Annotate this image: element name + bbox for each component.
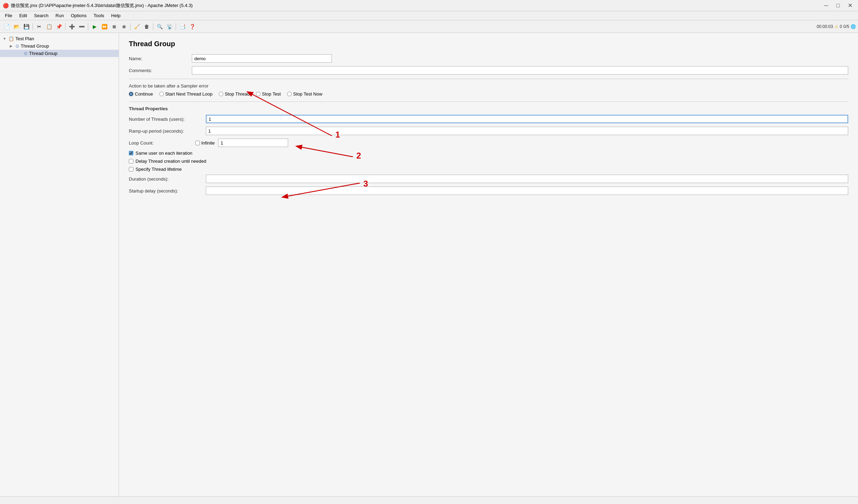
- specify-lifetime-checkbox-label[interactable]: Specify Thread lifetime: [129, 167, 848, 172]
- toolbar-new-btn[interactable]: 📄: [2, 22, 11, 31]
- radio-continue[interactable]: Continue: [129, 91, 153, 97]
- menu-help[interactable]: Help: [108, 12, 124, 19]
- delay-thread-label: Delay Thread creation until needed: [135, 159, 206, 164]
- sampler-error-radio-group: Continue Start Next Thread Loop Stop Thr…: [129, 91, 848, 97]
- startup-delay-row: Startup delay (seconds):: [129, 187, 848, 195]
- timer-display: 00:00:03: [817, 24, 833, 29]
- toolbar-sep1: [33, 23, 33, 30]
- main-layout: ▼ 📋 Test Plan ▶ ⊙ Thread Group ⊙ Thread …: [0, 33, 858, 496]
- toolbar-clear-all-btn[interactable]: 🗑: [142, 22, 151, 31]
- radio-start-next-label: Start Next Thread Loop: [165, 91, 212, 97]
- radio-stop-test-now-label: Stop Test Now: [293, 91, 322, 97]
- delay-thread-checkbox-label[interactable]: Delay Thread creation until needed: [129, 159, 848, 164]
- same-user-checkbox[interactable]: [129, 151, 133, 155]
- same-user-checkbox-label[interactable]: Same user on each iteration: [129, 150, 848, 156]
- toolbar-start-no-pause-btn[interactable]: ⏩: [100, 22, 109, 31]
- test-plan-icon: 📋: [8, 36, 14, 41]
- menu-file[interactable]: File: [1, 12, 16, 19]
- warning-icon: ⚠: [835, 24, 838, 29]
- menu-run[interactable]: Run: [52, 12, 68, 19]
- title-bar: 🔴 微信预览.jmx (D:\APP\apache-jmeter-5.4.3\b…: [0, 0, 858, 11]
- globe-icon: 🌐: [851, 24, 856, 29]
- test-plan-label: Test Plan: [15, 36, 34, 41]
- duration-input[interactable]: [206, 175, 848, 183]
- radio-start-next[interactable]: Start Next Thread Loop: [159, 91, 212, 97]
- duration-row: Duration (seconds):: [129, 175, 848, 183]
- duration-label: Duration (seconds):: [129, 176, 206, 182]
- radio-stop-test-now-input[interactable]: [287, 92, 292, 96]
- toolbar-open-btn[interactable]: 📂: [12, 22, 21, 31]
- name-label: Name:: [129, 56, 192, 61]
- thread-properties-container: Number of Threads (users): Ramp-up perio…: [129, 115, 848, 195]
- menu-search[interactable]: Search: [30, 12, 52, 19]
- radio-stop-test-now[interactable]: Stop Test Now: [287, 91, 322, 97]
- comments-label: Comments:: [129, 68, 192, 73]
- delay-thread-checkbox[interactable]: [129, 159, 133, 163]
- menu-edit[interactable]: Edit: [16, 12, 30, 19]
- annotation-svg: 1 2 3: [129, 59, 444, 164]
- toolbar-paste-btn[interactable]: 📌: [54, 22, 63, 31]
- thread-group-child-icon: ⊙: [24, 51, 28, 56]
- sidebar-item-thread-group-parent[interactable]: ▶ ⊙ Thread Group: [0, 42, 119, 50]
- infinite-checkbox-label[interactable]: Infinite: [195, 140, 215, 146]
- infinite-label: Infinite: [201, 140, 215, 146]
- toolbar-collapse-btn[interactable]: ➖: [77, 22, 86, 31]
- toolbar-template-btn[interactable]: 📑: [178, 22, 187, 31]
- menu-options[interactable]: Options: [67, 12, 90, 19]
- maximize-button[interactable]: □: [833, 1, 843, 10]
- minimize-button[interactable]: ─: [821, 1, 831, 10]
- menu-bar: File Edit Search Run Options Tools Help: [0, 11, 858, 20]
- title-bar-controls: ─ □ ✕: [821, 1, 855, 10]
- radio-stop-test[interactable]: Stop Test: [256, 91, 281, 97]
- startup-delay-input[interactable]: [206, 187, 848, 195]
- toolbar-sep4: [130, 23, 131, 30]
- toolbar-remote-btn[interactable]: 📡: [165, 22, 174, 31]
- toolbar-expand-btn[interactable]: ➕: [67, 22, 76, 31]
- toolbar-save-btn[interactable]: 💾: [22, 22, 31, 31]
- loop-count-input[interactable]: [218, 139, 288, 147]
- infinite-checkbox[interactable]: [195, 141, 200, 145]
- panel-title: Thread Group: [129, 40, 848, 48]
- name-input[interactable]: [192, 54, 332, 63]
- tree-expand-icon: ▼: [3, 37, 7, 41]
- radio-continue-input[interactable]: [129, 92, 133, 96]
- comments-row: Comments:: [129, 66, 848, 75]
- num-threads-label: Number of Threads (users):: [129, 117, 206, 122]
- radio-continue-label: Continue: [135, 91, 153, 97]
- status-bar: [0, 496, 858, 504]
- num-threads-input[interactable]: [206, 115, 848, 123]
- toolbar-cut-btn[interactable]: ✂: [35, 22, 44, 31]
- title-bar-left: 🔴 微信预览.jmx (D:\APP\apache-jmeter-5.4.3\b…: [3, 2, 193, 9]
- toolbar-sep5: [153, 23, 153, 30]
- same-user-label: Same user on each iteration: [135, 150, 193, 156]
- menu-tools[interactable]: Tools: [90, 12, 107, 19]
- comments-input[interactable]: [192, 66, 848, 75]
- radio-stop-thread-label: Stop Thread: [225, 91, 250, 97]
- startup-delay-label: Startup delay (seconds):: [129, 188, 206, 194]
- radio-stop-thread[interactable]: Stop Thread: [219, 91, 250, 97]
- thread-count: 0/5: [843, 24, 849, 29]
- loop-count-row: Loop Count: Infinite: [129, 139, 848, 147]
- toolbar-copy-btn[interactable]: 📋: [44, 22, 54, 31]
- toolbar-clear-btn[interactable]: 🧹: [132, 22, 141, 31]
- name-row: Name:: [129, 54, 848, 63]
- num-threads-row: Number of Threads (users):: [129, 115, 848, 123]
- toolbar-stop-btn[interactable]: ⏹: [110, 22, 119, 31]
- specify-lifetime-checkbox[interactable]: [129, 167, 133, 172]
- radio-stop-thread-input[interactable]: [219, 92, 223, 96]
- divider-1: [129, 79, 848, 79]
- toolbar-shutdown-btn[interactable]: ⏺: [119, 22, 128, 31]
- toolbar-help-btn[interactable]: ❓: [188, 22, 197, 31]
- tree-expand-icon-2: ▶: [10, 44, 14, 48]
- sidebar-item-test-plan[interactable]: ▼ 📋 Test Plan: [0, 35, 119, 42]
- sidebar-item-thread-group-child[interactable]: ⊙ Thread Group: [0, 50, 119, 57]
- toolbar-buttons: 📄 📂 💾 ✂ 📋 📌 ➕ ➖ ▶ ⏩ ⏹ ⏺ 🧹 🗑 🔍 📡 📑 ❓: [2, 22, 197, 31]
- toolbar-start-btn[interactable]: ▶: [90, 22, 99, 31]
- toolbar-sep3: [88, 23, 88, 30]
- close-button[interactable]: ✕: [845, 1, 855, 10]
- toolbar-sep2: [65, 23, 65, 30]
- toolbar-search-btn[interactable]: 🔍: [155, 22, 164, 31]
- ramp-up-input[interactable]: [206, 127, 848, 135]
- radio-stop-test-input[interactable]: [256, 92, 260, 96]
- radio-start-next-input[interactable]: [159, 92, 164, 96]
